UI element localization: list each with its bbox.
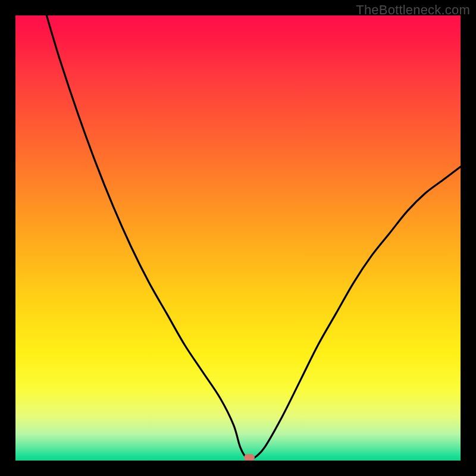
curve-path bbox=[46, 15, 461, 460]
minimum-marker bbox=[244, 454, 255, 461]
watermark-text: TheBottleneck.com bbox=[356, 2, 470, 18]
chart-frame: TheBottleneck.com bbox=[0, 0, 476, 476]
plot-area bbox=[15, 15, 461, 461]
bottleneck-curve bbox=[15, 15, 461, 461]
